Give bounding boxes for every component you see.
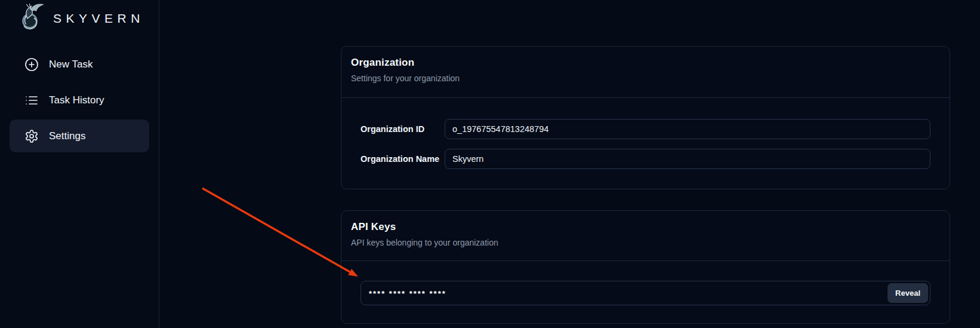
reveal-button[interactable]: Reveal (887, 283, 928, 303)
skyvern-dragon-icon (17, 2, 45, 32)
organization-card-content: Organization ID Organization Name (341, 98, 950, 169)
sidebar-item-new-task[interactable]: New Task (10, 48, 149, 81)
list-icon (24, 93, 39, 108)
circle-plus-icon (24, 57, 39, 72)
brand-name: SKYVERN (53, 11, 144, 24)
organization-card-subtitle: Settings for your organization (351, 73, 940, 83)
organization-name-input[interactable] (445, 149, 930, 169)
organization-id-input[interactable] (445, 119, 930, 139)
sidebar-item-task-history[interactable]: Task History (10, 84, 149, 117)
organization-name-row: Organization Name (360, 149, 930, 169)
api-keys-card: API Keys API keys belonging to your orga… (341, 210, 950, 324)
organization-card: Organization Settings for your organizat… (341, 46, 950, 189)
brand-logo[interactable]: SKYVERN (17, 2, 144, 33)
sidebar-item-label: Settings (49, 130, 85, 142)
gear-icon (24, 129, 39, 143)
api-keys-card-header: API Keys API keys belonging to your orga… (341, 211, 950, 261)
organization-card-title: Organization (351, 57, 940, 69)
organization-id-row: Organization ID (360, 119, 930, 139)
api-keys-card-content: Reveal (341, 261, 950, 305)
organization-id-label: Organization ID (360, 124, 445, 134)
sidebar-nav: New Task Task History Settings (10, 48, 149, 152)
sidebar-item-settings[interactable]: Settings (10, 119, 149, 152)
api-keys-card-title: API Keys (351, 221, 940, 233)
sidebar: SKYVERN New Task Task History Settings (0, 0, 159, 328)
sidebar-item-label: New Task (49, 59, 93, 70)
organization-name-label: Organization Name (360, 154, 445, 164)
sidebar-item-label: Task History (49, 94, 104, 106)
organization-card-header: Organization Settings for your organizat… (341, 47, 950, 98)
api-keys-card-subtitle: API keys belonging to your organization (351, 238, 940, 247)
api-key-masked-input[interactable] (360, 281, 930, 305)
api-key-field-wrapper: Reveal (360, 281, 930, 305)
